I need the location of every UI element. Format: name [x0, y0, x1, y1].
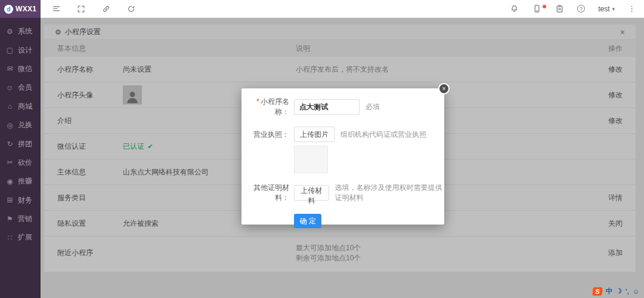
upload-material-button[interactable]: 上传材料 — [294, 185, 329, 201]
emoji-icon[interactable]: ☺ — [633, 288, 639, 295]
other-material-hint: 选填，名称涉及使用权时需要提供证明材料 — [335, 183, 444, 203]
modal-close-icon[interactable]: × — [438, 83, 450, 94]
required-hint: 必填 — [366, 102, 380, 112]
upload-image-button[interactable]: 上传图片 — [294, 127, 335, 142]
refresh-icon[interactable] — [126, 4, 136, 14]
brand-logo-icon: d — [4, 5, 13, 14]
other-material-field-row: 其他证明材料： 上传材料 选填，名称涉及使用权时需要提供证明材料 — [242, 183, 444, 203]
notification-dot — [543, 5, 546, 8]
brand-name: WXX1 — [16, 5, 36, 13]
sogou-ime-bar: S 中 ☽ ’‚ ☺ — [593, 287, 639, 296]
username: test — [598, 5, 609, 13]
collapse-menu-icon[interactable] — [51, 4, 61, 14]
tone-marks-icon[interactable]: ’‚ — [626, 288, 629, 295]
license-field-label: 营业执照： — [247, 130, 289, 140]
confirm-button[interactable]: 确 定 — [294, 214, 321, 228]
chevron-down-icon: ▾ — [612, 6, 615, 12]
fullscreen-icon[interactable] — [76, 4, 86, 14]
chinese-mode-icon[interactable]: 中 — [606, 287, 612, 296]
miniprogram-name-input[interactable] — [294, 99, 360, 115]
other-material-label: 其他证明材料： — [247, 183, 289, 203]
sogou-logo-icon[interactable]: S — [592, 287, 602, 296]
help-icon[interactable]: ? — [577, 5, 585, 13]
required-mark: * — [256, 97, 259, 106]
license-hint: 组织机构代码证或营业执照 — [340, 130, 426, 140]
app-logo[interactable]: d WXX1 — [0, 0, 41, 18]
name-field-label: *小程序名称： — [247, 97, 289, 117]
user-dropdown[interactable]: test ▾ — [598, 5, 615, 13]
clipboard-icon[interactable] — [555, 4, 564, 14]
uploaded-image-placeholder[interactable] — [294, 146, 328, 173]
more-options-icon[interactable]: ⋮ — [628, 4, 636, 13]
link-icon[interactable] — [101, 4, 111, 14]
topbar-left-icons — [51, 4, 136, 14]
edit-name-modal: × *小程序名称： 必填 营业执照： 上传图片 组织机构代码证或营业执照 其他证… — [242, 88, 444, 225]
bell-icon[interactable] — [509, 4, 519, 14]
topbar: ? test ▾ ⋮ — [41, 0, 644, 18]
name-field-row: *小程序名称： 必填 — [242, 97, 444, 117]
license-field-row: 营业执照： 上传图片 组织机构代码证或营业执照 — [242, 127, 444, 142]
mobile-preview-icon[interactable] — [532, 4, 541, 14]
topbar-right-icons: ? test ▾ ⋮ — [509, 4, 636, 14]
moon-icon[interactable]: ☽ — [616, 287, 622, 295]
